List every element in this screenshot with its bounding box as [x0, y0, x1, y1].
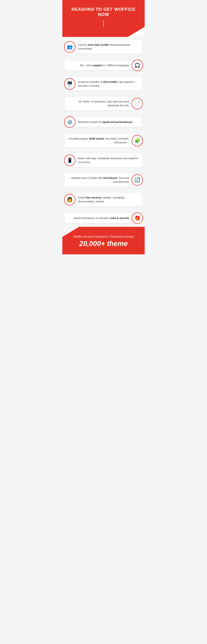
feature-row-services: 👩Online free services: updator, changelo…: [62, 190, 145, 209]
feature-row-updates: 🔄Updated every 2 weeks with new feaures.…: [62, 170, 145, 190]
performance-icon: ⚙️: [64, 116, 75, 128]
features-section: 👥Used by more than 12,000 intranets/extr…: [62, 37, 145, 227]
plugins-icon: 🧩: [132, 135, 143, 146]
footer: Woffice has been featured on Themeforest…: [62, 227, 145, 254]
header-corner-decoration: [128, 27, 145, 37]
security-icon: 🎁: [132, 212, 143, 224]
header-divider: [103, 20, 104, 27]
feature-text-updates: Updated every 2 weeks with new feaures. …: [68, 176, 129, 184]
feature-text-extensions: 20+ Build - in extensions, pick what you…: [68, 100, 129, 107]
support-icon: 🎧: [132, 60, 143, 71]
feature-card-security: Advanced features on members roles & sec…: [65, 213, 134, 223]
footer-number: 20,000+ theme: [66, 240, 141, 248]
updates-icon: 🔄: [132, 174, 143, 186]
extensions-icon: 📄: [132, 98, 143, 109]
feature-row-extensions: 📄20+ Build - in extensions, pick what yo…: [62, 94, 145, 113]
feature-row-performance: ⚙️Build from scratch for speed and perfo…: [62, 113, 145, 131]
feature-text-community: Used by more than 12,000 intranets/extra…: [78, 43, 139, 50]
feature-text-security: Advanced features on members roles & sec…: [68, 216, 129, 220]
feature-row-community: 👥Used by more than 12,000 intranets/extr…: [62, 37, 145, 56]
feature-card-performance: Build from scratch for speed and perform…: [73, 117, 142, 127]
feature-card-extensions: 20+ Build - in extensions, pick what you…: [65, 97, 134, 110]
feature-text-languages: Top - notch support in 3 different langu…: [68, 64, 129, 67]
feature-text-demos: All demos included, 1 click install to g…: [78, 80, 139, 88]
feature-row-security: 🎁Advanced features on members roles & se…: [62, 209, 145, 227]
feature-text-plugins: 5 bundled plugins ($180 saved); Rev.Slid…: [68, 137, 129, 144]
feature-card-updates: Updated every 2 weeks with new feaures. …: [65, 173, 134, 187]
feature-card-languages: Top - notch support in 3 different langu…: [65, 60, 134, 70]
feature-text-services: Online free services: updator, changelog…: [78, 196, 139, 203]
feature-card-demos: All demos included, 1 click install to g…: [73, 77, 142, 91]
webapp-icon: 📱: [64, 154, 75, 166]
services-icon: 👩: [64, 194, 75, 205]
feature-text-webapp: Build a web-app, completely responsive a…: [78, 156, 139, 164]
feature-row-plugins: 🧩5 bundled plugins ($180 saved); Rev.Sli…: [62, 131, 145, 150]
feature-card-community: Used by more than 12,000 intranets/extra…: [73, 40, 142, 54]
feature-card-services: Online free services: updator, changelog…: [73, 193, 142, 206]
feature-card-plugins: 5 bundled plugins ($180 saved); Rev.Slid…: [65, 134, 134, 148]
page-title: REASONS TO GET WOFFICE NOW: [66, 7, 141, 17]
page-wrapper: REASONS TO GET WOFFICE NOW 👥Used by more…: [62, 0, 145, 254]
feature-card-webapp: Build a web-app, completely responsive a…: [73, 154, 142, 167]
footer-subtitle: Woffice has been featured on Themeforest…: [66, 235, 141, 238]
feature-row-webapp: 📱Build a web-app, completely responsive …: [62, 150, 145, 170]
feature-row-demos: 🖥️All demos included, 1 click install to…: [62, 74, 145, 94]
feature-row-languages: 🎧Top - notch support in 3 different lang…: [62, 56, 145, 74]
community-icon: 👥: [64, 41, 75, 52]
demo-icon: 🖥️: [64, 78, 75, 90]
header: REASONS TO GET WOFFICE NOW: [62, 0, 145, 37]
feature-text-performance: Build from scratch for speed and perform…: [78, 120, 139, 124]
